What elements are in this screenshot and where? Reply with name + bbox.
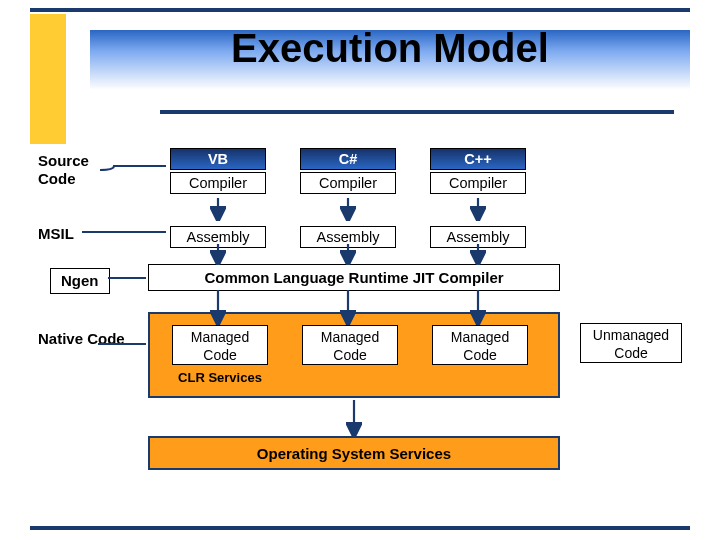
lang-vb: VB [170, 148, 266, 170]
assembly-3: Assembly [430, 226, 526, 248]
diagram-stage: VB C# C++ Compiler Compiler Compiler Ass… [148, 148, 688, 232]
page-title: Execution Model [231, 26, 549, 71]
assembly-1: Assembly [170, 226, 266, 248]
label-source-code: Source Code [38, 152, 128, 188]
compiler-csharp: Compiler [300, 172, 396, 194]
lang-csharp: C# [300, 148, 396, 170]
label-native-code: Native Code [38, 330, 125, 348]
lang-cpp: C++ [430, 148, 526, 170]
clr-services-label: CLR Services [172, 370, 268, 385]
compiler-vb: Compiler [170, 172, 266, 194]
title-banner: Execution Model [90, 30, 690, 90]
row-assemblies: Assembly Assembly Assembly [148, 226, 688, 254]
label-msil: MSIL [38, 225, 74, 243]
native-code-container: ManagedCode ManagedCode ManagedCode CLR … [148, 312, 560, 398]
row-compilers: Compiler Compiler Compiler [148, 172, 688, 200]
accent-bar [30, 14, 66, 144]
managed-code-2: ManagedCode [302, 325, 398, 365]
unmanaged-code-box: UnmanagedCode [580, 323, 682, 363]
os-services-label: Operating System Services [257, 445, 451, 462]
compiler-cpp: Compiler [430, 172, 526, 194]
os-services-box: Operating System Services [148, 436, 560, 470]
slide: Execution Model Source Code MSIL Ngen Na… [0, 0, 720, 540]
assembly-2: Assembly [300, 226, 396, 248]
top-divider [30, 8, 690, 12]
jit-compiler-box: Common Language Runtime JIT Compiler [148, 264, 560, 291]
managed-code-3: ManagedCode [432, 325, 528, 365]
title-underline [160, 110, 674, 114]
label-ngen: Ngen [50, 268, 110, 294]
bottom-divider [30, 526, 690, 530]
managed-code-1: ManagedCode [172, 325, 268, 365]
